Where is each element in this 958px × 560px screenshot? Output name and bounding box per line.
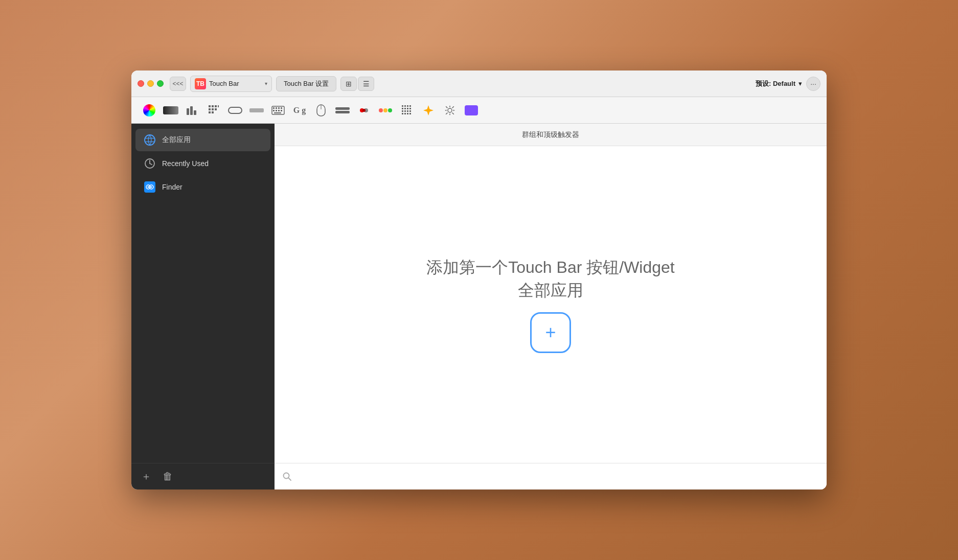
sparkle-star-icon[interactable] <box>419 101 438 120</box>
svg-rect-41 <box>407 110 408 112</box>
svg-rect-38 <box>409 108 411 109</box>
sidebar-item-all-apps[interactable]: 全部应用 <box>135 129 270 151</box>
more-options-button[interactable]: ··· <box>806 77 820 91</box>
sidebar: 全部应用 Recently Used <box>131 124 275 489</box>
recently-used-label: Recently Used <box>162 159 209 168</box>
svg-rect-33 <box>407 105 408 107</box>
colored-dots-icon[interactable] <box>376 101 395 120</box>
purple-box-icon[interactable] <box>462 101 481 120</box>
trash-icon: 🗑 <box>163 471 173 482</box>
svg-rect-24 <box>335 111 350 113</box>
add-profile-button[interactable]: ＋ <box>139 469 154 484</box>
view-toggle: ⊞ ☰ <box>340 77 374 91</box>
main-panel: 群组和顶级触发器 添加第一个Touch Bar 按钮/Widget 全部应用 + <box>275 124 827 489</box>
svg-rect-5 <box>215 105 217 107</box>
svg-rect-18 <box>276 110 277 111</box>
svg-point-57 <box>148 186 149 188</box>
close-button[interactable] <box>138 80 144 87</box>
back-button[interactable]: <<< <box>170 77 186 91</box>
svg-rect-19 <box>278 110 280 111</box>
gradient-strip-icon[interactable] <box>161 101 180 120</box>
svg-rect-3 <box>209 105 211 107</box>
g-letter-icon[interactable]: G g <box>290 101 309 120</box>
touch-bar-settings-button[interactable]: Touch Bar 设置 <box>276 76 336 91</box>
svg-point-48 <box>448 108 452 112</box>
keyboard-icon[interactable] <box>268 101 288 120</box>
svg-rect-31 <box>402 105 403 107</box>
gear-icon[interactable] <box>440 101 460 120</box>
sidebar-item-recently-used[interactable]: Recently Used <box>135 152 270 175</box>
svg-rect-44 <box>404 113 406 114</box>
add-widget-button[interactable]: + <box>530 312 571 353</box>
search-icon <box>283 472 292 481</box>
all-apps-label: 全部应用 <box>162 135 191 145</box>
panel-footer <box>275 463 827 489</box>
svg-point-59 <box>151 186 152 188</box>
app-selector[interactable]: TB Touch Bar ▾ <box>190 76 272 92</box>
bar-chart-icon[interactable] <box>183 101 202 120</box>
svg-marker-47 <box>423 105 434 115</box>
svg-point-28 <box>379 108 383 112</box>
traffic-lights <box>138 80 164 87</box>
main-window: <<< TB Touch Bar ▾ Touch Bar 设置 ⊞ ☰ 预设: … <box>131 71 827 489</box>
minimize-button[interactable] <box>147 80 154 87</box>
svg-rect-35 <box>402 108 403 109</box>
svg-rect-6 <box>218 105 219 107</box>
record-button-icon[interactable] <box>354 101 374 120</box>
empty-state-title: 添加第一个Touch Bar 按钮/Widget 全部应用 <box>426 256 674 302</box>
svg-rect-46 <box>409 113 411 114</box>
sidebar-item-finder[interactable]: Finder <box>135 176 270 198</box>
svg-rect-17 <box>273 110 275 111</box>
svg-rect-15 <box>278 107 280 109</box>
maximize-button[interactable] <box>157 80 164 87</box>
sidebar-list: 全部应用 Recently Used <box>131 124 275 463</box>
svg-line-54 <box>150 164 152 165</box>
svg-rect-20 <box>281 110 282 111</box>
svg-rect-42 <box>409 110 411 112</box>
panel-header: 群组和顶级触发器 <box>275 124 827 146</box>
svg-rect-2 <box>194 110 196 115</box>
grid-widget-icon[interactable] <box>204 101 223 120</box>
svg-rect-23 <box>335 107 350 110</box>
small-grid-icon[interactable] <box>397 101 417 120</box>
svg-rect-4 <box>212 105 214 107</box>
grid-view-button[interactable]: ⊞ <box>340 77 357 91</box>
svg-rect-36 <box>404 108 406 109</box>
list-view-button[interactable]: ☰ <box>358 77 374 91</box>
delete-profile-button[interactable]: 🗑 <box>160 469 175 484</box>
pill-icon[interactable] <box>225 101 245 120</box>
chevron-down-icon: ▾ <box>265 81 267 86</box>
svg-rect-8 <box>212 108 214 110</box>
svg-rect-11 <box>212 111 214 113</box>
svg-point-29 <box>383 108 387 112</box>
app-selector-label: Touch Bar <box>209 80 262 87</box>
svg-rect-7 <box>209 108 211 110</box>
panel-header-title: 群组和顶级触发器 <box>522 130 579 139</box>
svg-rect-10 <box>209 111 211 113</box>
svg-rect-34 <box>409 105 411 107</box>
preset-chevron-icon: ▾ <box>799 80 802 87</box>
svg-line-61 <box>288 478 291 480</box>
finder-icon <box>143 180 157 194</box>
svg-point-27 <box>362 109 366 112</box>
finder-label: Finder <box>162 183 183 191</box>
recently-used-icon <box>143 156 157 171</box>
svg-rect-9 <box>215 108 217 110</box>
double-bar-icon[interactable] <box>333 101 352 120</box>
svg-rect-1 <box>190 106 193 115</box>
panel-content: 添加第一个Touch Bar 按钮/Widget 全部应用 + <box>275 146 827 463</box>
plus-icon: ＋ <box>141 470 151 483</box>
svg-rect-37 <box>407 108 408 109</box>
preset-selector[interactable]: 预设: Default ▾ <box>756 79 802 88</box>
flat-bar-icon[interactable] <box>247 101 266 120</box>
color-wheel-icon[interactable] <box>140 101 159 120</box>
mouse-icon[interactable] <box>311 101 331 120</box>
titlebar: <<< TB Touch Bar ▾ Touch Bar 设置 ⊞ ☰ 预设: … <box>131 71 827 97</box>
app-icon: TB <box>195 78 206 89</box>
svg-point-49 <box>145 135 155 145</box>
svg-rect-0 <box>187 108 189 115</box>
content-area: 全部应用 Recently Used <box>131 124 827 489</box>
svg-rect-14 <box>276 107 277 109</box>
svg-rect-13 <box>273 107 275 109</box>
plus-icon: + <box>545 322 556 343</box>
